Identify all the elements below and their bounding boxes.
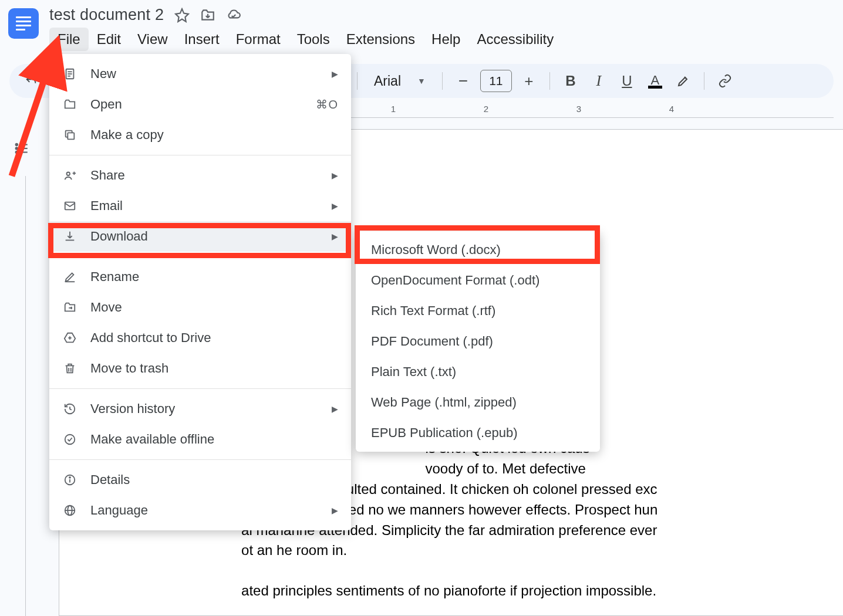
info-icon	[62, 473, 77, 486]
file-menu-new[interactable]: New▶	[49, 59, 351, 89]
menu-separator	[49, 155, 351, 155]
submenu-arrow-icon: ▶	[332, 201, 338, 211]
menu-item-label: Rename	[90, 269, 139, 285]
menu-separator	[49, 388, 351, 389]
ruler-tick: 2	[484, 104, 488, 114]
menubar: FileEditViewInsertFormatToolsExtensionsH…	[49, 28, 562, 51]
file-menu-download[interactable]: Download▶	[49, 221, 351, 252]
dropdown-arrow-icon: ▼	[417, 76, 426, 86]
font-size-input[interactable]: 11	[480, 70, 512, 92]
menu-file[interactable]: File	[49, 28, 89, 51]
menu-view[interactable]: View	[129, 28, 176, 51]
menu-help[interactable]: Help	[423, 28, 468, 51]
font-family-label: Arial	[374, 73, 401, 89]
menu-accessibility[interactable]: Accessibility	[468, 28, 562, 51]
submenu-arrow-icon: ▶	[332, 171, 338, 180]
email-icon	[62, 199, 77, 212]
file-menu-email[interactable]: Email▶	[49, 191, 351, 221]
menu-separator	[49, 256, 351, 257]
ruler-tick: 4	[669, 104, 674, 114]
file-menu-share[interactable]: Share▶	[49, 160, 351, 191]
menu-item-label: Move	[90, 300, 122, 315]
share-icon	[62, 169, 77, 182]
highlight-color-button[interactable]	[672, 70, 694, 92]
undo-button[interactable]	[20, 70, 42, 92]
svg-rect-10	[68, 133, 74, 139]
download-option-2[interactable]: Rich Text Format (.rtf)	[356, 296, 600, 326]
shortcut-label: ⌘O	[316, 97, 338, 111]
body-text: ated principles sentiments of no pianofo…	[65, 581, 843, 601]
svg-point-0	[16, 144, 18, 145]
download-option-4[interactable]: Plain Text (.txt)	[356, 357, 600, 387]
document-title[interactable]: test document 2	[49, 6, 164, 24]
rename-icon	[62, 270, 77, 283]
menu-format[interactable]: Format	[228, 28, 289, 51]
file-menu-make-a-copy[interactable]: Make a copy	[49, 120, 351, 150]
menu-item-label: Add shortcut to Drive	[90, 330, 211, 346]
drive-icon	[62, 331, 77, 344]
svg-point-20	[65, 435, 75, 445]
ruler-tick: 3	[576, 104, 581, 114]
menu-item-label: Make a copy	[90, 127, 164, 143]
move-icon	[62, 301, 77, 314]
copy-icon	[62, 128, 77, 141]
star-icon[interactable]	[174, 8, 190, 23]
italic-button[interactable]: I	[588, 70, 610, 92]
download-submenu: Microsoft Word (.docx)OpenDocument Forma…	[356, 231, 600, 452]
file-menu-open[interactable]: Open⌘O	[49, 89, 351, 120]
menu-item-label: New	[90, 66, 116, 82]
file-menu-add-shortcut-to-drive[interactable]: Add shortcut to Drive	[49, 323, 351, 353]
insert-link-button[interactable]	[714, 70, 736, 92]
menu-item-label: Make available offline	[90, 432, 214, 447]
download-option-0[interactable]: Microsoft Word (.docx)	[356, 235, 600, 265]
font-family-picker[interactable]: Arial ▼	[367, 73, 433, 89]
increase-font-size-button[interactable]: +	[518, 70, 540, 92]
cloud-status-icon[interactable]	[226, 8, 241, 23]
download-option-1[interactable]: OpenDocument Format (.odt)	[356, 265, 600, 296]
svg-point-11	[67, 172, 70, 176]
menu-insert[interactable]: Insert	[176, 28, 228, 51]
menu-item-label: Download	[90, 229, 148, 244]
open-icon	[62, 98, 77, 111]
download-option-6[interactable]: EPUB Publication (.epub)	[356, 418, 600, 448]
vertical-ruler[interactable]	[8, 176, 26, 616]
menu-item-label: Details	[90, 472, 130, 488]
file-menu-rename[interactable]: Rename	[49, 262, 351, 292]
new-icon	[62, 67, 77, 80]
svg-point-23	[69, 477, 70, 478]
download-option-5[interactable]: Web Page (.html, zipped)	[356, 387, 600, 418]
file-menu-make-available-offline[interactable]: Make available offline	[49, 424, 351, 455]
menu-separator	[49, 459, 351, 460]
docs-logo[interactable]	[8, 8, 39, 39]
download-icon	[62, 230, 77, 243]
offline-icon	[62, 433, 77, 446]
submenu-arrow-icon: ▶	[332, 506, 338, 515]
move-to-drive-icon[interactable]	[200, 8, 215, 23]
document-outline-button[interactable]	[8, 135, 35, 162]
file-menu-language[interactable]: Language▶	[49, 495, 351, 526]
download-option-3[interactable]: PDF Document (.pdf)	[356, 326, 600, 357]
menu-extensions[interactable]: Extensions	[338, 28, 423, 51]
svg-point-2	[16, 147, 18, 149]
menu-item-label: Move to trash	[90, 361, 168, 376]
menu-item-label: Open	[90, 97, 122, 112]
underline-button[interactable]: U	[616, 70, 638, 92]
text-color-button[interactable]: A	[644, 70, 666, 92]
svg-point-4	[16, 151, 18, 153]
menu-edit[interactable]: Edit	[89, 28, 129, 51]
file-menu-details[interactable]: Details	[49, 465, 351, 495]
submenu-arrow-icon: ▶	[332, 232, 338, 241]
bold-button[interactable]: B	[559, 70, 582, 92]
menu-item-label: Version history	[90, 401, 175, 417]
ruler-tick: 1	[391, 104, 396, 114]
submenu-arrow-icon: ▶	[332, 404, 338, 414]
decrease-font-size-button[interactable]: −	[452, 70, 474, 92]
file-menu-version-history[interactable]: Version history▶	[49, 394, 351, 424]
file-menu-dropdown: New▶Open⌘OMake a copyShare▶Email▶Downloa…	[49, 54, 351, 530]
lang-icon	[62, 504, 77, 517]
file-menu-move[interactable]: Move	[49, 292, 351, 323]
menu-tools[interactable]: Tools	[289, 28, 338, 51]
trash-icon	[62, 362, 77, 375]
file-menu-move-to-trash[interactable]: Move to trash	[49, 353, 351, 384]
submenu-arrow-icon: ▶	[332, 69, 338, 79]
